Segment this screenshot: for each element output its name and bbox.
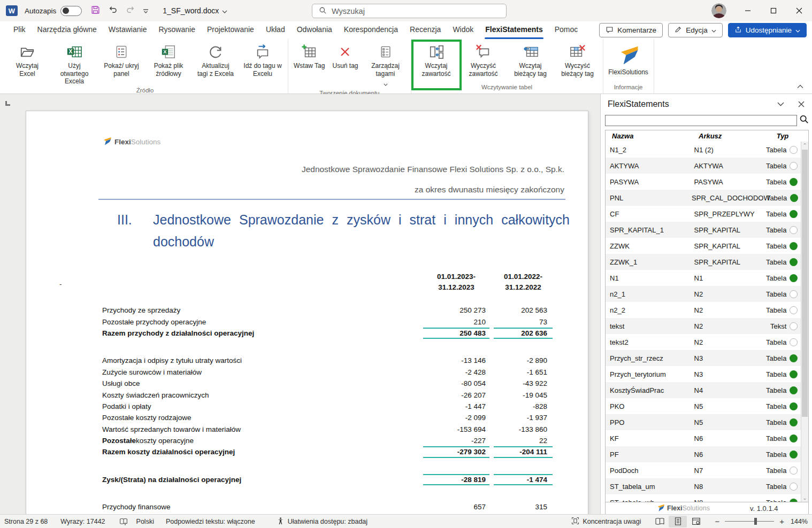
editing-mode-button[interactable]: Edycja	[668, 23, 723, 37]
share-button[interactable]: Udostępnianie	[728, 23, 807, 37]
status-dot[interactable]	[790, 451, 798, 459]
document-title[interactable]: 1_SF_word.docx	[163, 6, 219, 15]
list-item[interactable]: PASYWAPASYWATabela	[606, 174, 801, 190]
ribbon-button-open-folder[interactable]: Wczytaj Excel	[4, 42, 51, 86]
panel-search-input[interactable]	[605, 115, 797, 126]
minimize-button[interactable]	[735, 0, 761, 21]
redo-icon[interactable]	[125, 5, 136, 17]
maximize-button[interactable]	[761, 0, 786, 21]
ribbon-button-manage-tags[interactable]: Zarządzaj tagami	[362, 42, 409, 88]
close-button[interactable]	[786, 0, 812, 21]
status-dot[interactable]	[790, 258, 798, 266]
tab-rysowanie[interactable]: Rysowanie	[152, 21, 201, 39]
ribbon-button-excel-file[interactable]: XPokaż plik źródłowy	[145, 42, 192, 86]
proofing-icon[interactable]	[119, 517, 128, 526]
word-count[interactable]: Wyrazy: 17442	[60, 518, 105, 525]
save-icon[interactable]	[90, 5, 101, 17]
tab-projektowanie[interactable]: Projektowanie	[201, 21, 260, 39]
ribbon-button-excel-workbook[interactable]: XUżyj otwartego Excela	[51, 42, 98, 86]
status-dot[interactable]	[790, 418, 798, 426]
print-layout-button[interactable]	[669, 516, 687, 527]
pane-chevron-down-icon[interactable]	[777, 102, 784, 106]
scrollbar-thumb[interactable]	[802, 150, 808, 417]
status-dot[interactable]	[790, 338, 798, 346]
list-item[interactable]: ST_tabela_umN8Tabela	[606, 478, 801, 494]
status-dot[interactable]	[790, 386, 798, 394]
comments-button[interactable]: Komentarze	[599, 23, 663, 37]
list-item[interactable]: PodDochN7Tabela	[606, 462, 801, 478]
ribbon-button-load-current-tag[interactable]: Wczytaj bieżący tag	[507, 42, 554, 82]
list-item[interactable]: SPR_KAPITAL_1SPR_KAPITALTabela	[606, 222, 801, 238]
tab-recenzja[interactable]: Recenzja	[404, 21, 447, 39]
list-item[interactable]: Przych_str_rzeczN3Tabela	[606, 350, 801, 366]
list-item[interactable]: PKON5Tabela	[606, 398, 801, 414]
status-dot[interactable]	[790, 146, 798, 154]
list-item[interactable]: tekstN2Tekst	[606, 318, 801, 334]
avatar[interactable]	[711, 3, 726, 18]
zoom-level[interactable]: 144%	[791, 518, 808, 525]
ribbon-button-delete-tag[interactable]: Usuń tag	[328, 42, 362, 88]
page-indicator[interactable]: Strona 29 z 68	[4, 518, 48, 525]
tab-narzędzia-główne[interactable]: Narzędzia główne	[32, 21, 103, 39]
list-item[interactable]: N1_2N1 (2)Tabela	[606, 142, 801, 158]
ribbon-button-load-content[interactable]: Wczytaj zawartość	[413, 42, 460, 82]
list-item[interactable]: PPON5Tabela	[606, 414, 801, 430]
language-indicator[interactable]: Polski	[136, 518, 154, 525]
scroll-down-icon[interactable]: ⌄	[801, 494, 808, 502]
status-dot[interactable]	[790, 306, 798, 314]
status-dot[interactable]	[790, 402, 798, 410]
ribbon-button-insert-tag[interactable]: Wstaw Tag	[290, 42, 328, 88]
list-item[interactable]: ST_tabela_wbN8Tabela	[606, 494, 801, 502]
list-item[interactable]: PNLSPR_CAL_DOCHODOWTabela	[606, 190, 801, 206]
list-item[interactable]: PFN6Tabela	[606, 446, 801, 462]
zoom-slider-thumb[interactable]	[754, 518, 757, 525]
text-predictions[interactable]: Podpowiedzi tekstu: włączone	[166, 518, 255, 525]
undo-icon[interactable]	[108, 5, 118, 17]
status-dot[interactable]	[790, 322, 798, 330]
status-dot[interactable]	[790, 499, 798, 502]
list-item[interactable]: ZZWK_1SPR_KAPITALTabela	[606, 254, 801, 270]
ribbon-button-clear-current-tag[interactable]: Wyczyść bieżący tag	[554, 42, 601, 82]
accessibility-status[interactable]: Ułatwienia dostępu: zbadaj	[277, 517, 367, 526]
list-item[interactable]: Przych_terytoriumN3Tabela	[606, 366, 801, 382]
scrollbar[interactable]: ⌃ ⌄	[801, 142, 808, 502]
status-dot[interactable]	[790, 242, 798, 250]
list-item[interactable]: n2_1N2Tabela	[606, 286, 801, 302]
focus-mode[interactable]: Koncentracja uwagi	[571, 517, 641, 526]
tab-korespondencja[interactable]: Korespondencja	[338, 21, 404, 39]
web-layout-button[interactable]	[687, 516, 705, 527]
collapse-ribbon-button[interactable]	[797, 81, 803, 91]
tab-odwołania[interactable]: Odwołania	[291, 21, 338, 39]
ribbon-button-refresh[interactable]: Aktualizuj tagi z Excela	[192, 42, 239, 86]
list-item[interactable]: n2_2N2Tabela	[606, 302, 801, 318]
status-dot[interactable]	[790, 226, 798, 234]
status-dot[interactable]	[790, 290, 798, 298]
tab-flexistatements[interactable]: FlexiStatements	[479, 21, 548, 39]
read-mode-button[interactable]	[650, 516, 669, 527]
ribbon-button-clear-content[interactable]: Wyczyść zawartość	[460, 42, 507, 82]
status-dot[interactable]	[790, 483, 798, 491]
status-dot[interactable]	[790, 354, 798, 362]
panel-search-icon[interactable]	[799, 114, 809, 126]
ribbon-button-goto-tag[interactable]: Idź do tagu w Excelu	[239, 42, 286, 86]
status-dot[interactable]	[790, 370, 798, 378]
list-item[interactable]: ZZWKSPR_KAPITALTabela	[606, 238, 801, 254]
tab-wstawianie[interactable]: Wstawianie	[103, 21, 153, 39]
list-item[interactable]: N1N1Tabela	[606, 270, 801, 286]
tab-układ[interactable]: Układ	[260, 21, 291, 39]
list-item[interactable]: tekst2N2Tabela	[606, 334, 801, 350]
zoom-out-button[interactable]: −	[713, 517, 722, 526]
zoom-in-button[interactable]: +	[777, 517, 786, 526]
list-item[interactable]: AKTYWAAKTYWATabela	[606, 158, 801, 174]
status-dot[interactable]	[790, 434, 798, 442]
status-dot[interactable]	[790, 194, 798, 202]
quick-access-more-icon[interactable]	[143, 6, 149, 15]
tab-plik[interactable]: Plik	[7, 21, 32, 39]
document-page[interactable]: FlexiSolutions Jednostkowe Sprawozdanie …	[26, 111, 588, 514]
list-item[interactable]: KFN6Tabela	[606, 430, 801, 446]
status-dot[interactable]	[790, 467, 798, 475]
tab-widok[interactable]: Widok	[447, 21, 479, 39]
status-dot[interactable]	[790, 178, 798, 186]
list-item[interactable]: CFSPR_PRZEPLYWYTabela	[606, 206, 801, 222]
autosave-toggle[interactable]	[60, 6, 82, 16]
